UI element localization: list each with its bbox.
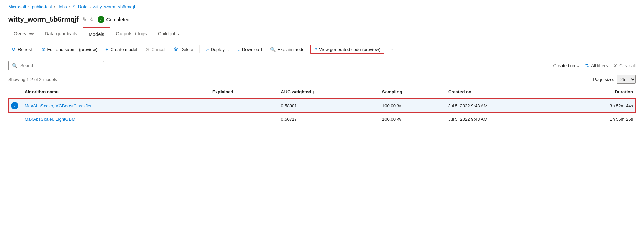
row-2-explained xyxy=(210,113,278,125)
row-2-created-on: Jul 5, 2022 9:43 AM xyxy=(445,113,561,125)
filter-bar: 🔍 Created on ⌄ ⚗ All filters ✕ Clear all xyxy=(0,58,644,73)
tab-models-label: Models xyxy=(89,32,104,37)
col-duration-label: Duration xyxy=(615,89,633,94)
chevron-down-icon: ⌄ xyxy=(577,64,579,68)
row-2-algorithm[interactable]: MaxAbsScaler, LightGBM xyxy=(22,113,210,125)
deploy-button[interactable]: ▷ Deploy ⌄ xyxy=(202,45,232,54)
deploy-dropdown-arrow: ⌄ xyxy=(227,48,229,51)
header-icons: ✎ ☆ xyxy=(82,16,94,23)
col-algorithm-label: Algorithm name xyxy=(25,89,59,94)
view-code-button[interactable]: # View generated code (preview) xyxy=(310,45,384,54)
cancel-label: Cancel xyxy=(151,47,165,52)
cancel-button[interactable]: ⊗ Cancel xyxy=(142,45,168,54)
created-on-label: Created on xyxy=(553,63,575,68)
breadcrumb-current[interactable]: witty_worm_5b6rmqjf xyxy=(93,4,135,9)
row-selected-icon: ✓ xyxy=(11,102,19,109)
view-code-icon: # xyxy=(314,47,317,52)
row-2-auc: 0.50717 xyxy=(278,113,379,125)
tab-outputs-logs-label: Outputs + logs xyxy=(116,31,147,36)
row-2-select xyxy=(8,113,22,125)
page-title: witty_worm_5b6rmqjf xyxy=(8,15,79,23)
download-label: Download xyxy=(242,47,262,52)
breadcrumb-public-test[interactable]: public-test xyxy=(32,4,52,9)
col-sampling-label: Sampling xyxy=(382,89,402,94)
breadcrumb-sep-3: › xyxy=(69,4,70,9)
delete-button[interactable]: 🗑 Delete xyxy=(170,45,197,54)
more-icon: ··· xyxy=(389,47,393,52)
row-1-select: ✓ xyxy=(8,98,22,113)
tab-models[interactable]: Models xyxy=(83,27,110,40)
tabs-bar: Overview Data guardrails Models Outputs … xyxy=(0,27,644,40)
download-button[interactable]: ↓ Download xyxy=(234,45,265,54)
row-2-duration: 1h 56m 26s xyxy=(561,113,636,125)
breadcrumb-sep-1: › xyxy=(28,4,30,9)
page-header: witty_worm_5b6rmqjf ✎ ☆ ✓ Completed xyxy=(0,13,644,27)
refresh-icon: ↺ xyxy=(12,47,16,52)
deploy-label: Deploy xyxy=(211,47,224,52)
page-size-control: Page size: 25 10 50 100 xyxy=(593,75,636,84)
col-auc-label: AUC weighted ↓ xyxy=(281,89,314,94)
col-select xyxy=(8,86,22,98)
breadcrumb-sfdata[interactable]: SFData xyxy=(72,4,87,9)
tab-child-jobs-label: Child jobs xyxy=(158,31,179,36)
col-created-on-label: Created on xyxy=(448,89,471,94)
col-duration: Duration xyxy=(561,86,636,98)
search-box[interactable]: 🔍 xyxy=(8,61,104,70)
create-model-button[interactable]: + Create model xyxy=(102,45,140,54)
tab-overview[interactable]: Overview xyxy=(8,27,39,40)
algorithm-link-1[interactable]: MaxAbsScaler, XGBoostClassifier xyxy=(25,103,92,108)
filter-icon: ⚗ xyxy=(585,63,589,68)
refresh-label: Refresh xyxy=(18,47,34,52)
breadcrumb-jobs[interactable]: Jobs xyxy=(58,4,67,9)
view-code-label: View generated code (preview) xyxy=(319,47,380,52)
algorithm-link-2[interactable]: MaxAbsScaler, LightGBM xyxy=(25,117,75,122)
delete-label: Delete xyxy=(180,47,193,52)
edit-submit-icon: ⊙ xyxy=(42,47,45,52)
results-count: Showing 1-2 of 2 models xyxy=(8,77,57,82)
create-model-icon: + xyxy=(105,47,108,52)
explain-model-icon: 🔍 xyxy=(270,47,276,52)
clear-all-button[interactable]: ✕ Clear all xyxy=(613,63,636,69)
col-algorithm: Algorithm name xyxy=(22,86,210,98)
row-1-auc: 0.58901 xyxy=(278,98,379,113)
check-circle-icon: ✓ xyxy=(11,102,18,109)
results-bar: Showing 1-2 of 2 models Page size: 25 10… xyxy=(0,73,644,86)
table-row[interactable]: MaxAbsScaler, LightGBM 0.50717 100.00 % … xyxy=(8,113,636,125)
breadcrumb-microsoft[interactable]: Microsoft xyxy=(8,4,26,9)
more-options-button[interactable]: ··· xyxy=(386,45,396,54)
status-circle-icon: ✓ xyxy=(98,16,104,23)
tab-data-guardrails-label: Data guardrails xyxy=(45,31,77,36)
tab-child-jobs[interactable]: Child jobs xyxy=(152,27,184,40)
table-row[interactable]: ✓ MaxAbsScaler, XGBoostClassifier 0.5890… xyxy=(8,98,636,113)
toolbar: ↺ Refresh ⊙ Edit and submit (preview) + … xyxy=(0,40,644,58)
edit-submit-button[interactable]: ⊙ Edit and submit (preview) xyxy=(38,45,101,54)
breadcrumb: Microsoft › public-test › Jobs › SFData … xyxy=(0,0,644,13)
created-on-button[interactable]: Created on ⌄ xyxy=(553,63,579,68)
page-size-label: Page size: xyxy=(593,77,614,82)
status-badge: ✓ Completed xyxy=(98,16,130,23)
col-explained-label: Explained xyxy=(212,89,233,94)
models-table: Algorithm name Explained AUC weighted ↓ … xyxy=(8,86,636,125)
row-1-algorithm[interactable]: MaxAbsScaler, XGBoostClassifier xyxy=(22,98,210,113)
filter-right: Created on ⌄ ⚗ All filters ✕ Clear all xyxy=(553,63,636,69)
tab-outputs-logs[interactable]: Outputs + logs xyxy=(110,27,152,40)
tab-data-guardrails[interactable]: Data guardrails xyxy=(39,27,83,40)
toolbar-divider xyxy=(199,45,200,53)
col-auc[interactable]: AUC weighted ↓ xyxy=(278,86,379,98)
all-filters-button[interactable]: ⚗ All filters xyxy=(585,63,608,68)
cancel-icon: ⊗ xyxy=(145,47,149,52)
explain-model-button[interactable]: 🔍 Explain model xyxy=(267,45,309,54)
col-explained: Explained xyxy=(210,86,278,98)
row-1-created-on: Jul 5, 2022 9:43 AM xyxy=(445,98,561,113)
star-icon[interactable]: ☆ xyxy=(89,16,94,23)
edit-icon[interactable]: ✎ xyxy=(82,16,87,23)
page-size-select[interactable]: 25 10 50 100 xyxy=(617,75,636,84)
breadcrumb-sep-2: › xyxy=(54,4,55,9)
clear-x-icon: ✕ xyxy=(613,63,617,69)
search-input[interactable] xyxy=(20,63,100,68)
col-sampling: Sampling xyxy=(379,86,445,98)
row-1-explained xyxy=(210,98,278,113)
tab-overview-label: Overview xyxy=(14,31,34,36)
refresh-button[interactable]: ↺ Refresh xyxy=(8,45,37,54)
delete-icon: 🗑 xyxy=(174,47,178,52)
